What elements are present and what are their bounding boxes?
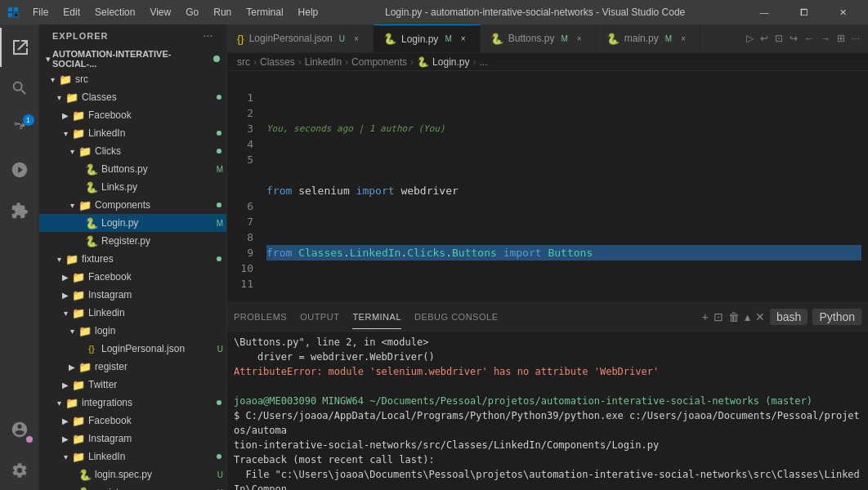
tree-components[interactable]: ▾ 📁 Components → [39,196,226,214]
breadcrumb-loginpy-icon: 🐍 [417,56,429,68]
maximize-panel-icon[interactable]: ▴ [745,310,750,323]
code-line-1[interactable]: from selenium import webdriver [266,183,861,198]
breadcrumb-linkedin[interactable]: LinkedIn [305,56,342,68]
tree-login-py[interactable]: 🐍 Login.py M [39,214,226,232]
accounts-icon[interactable] [0,410,39,449]
maximize-button[interactable]: ⧠ [785,0,822,24]
tab-label: Buttons.py [508,33,555,44]
bash-terminal[interactable]: bash [770,309,808,325]
sidebar-menu-button[interactable]: ··· [204,31,213,41]
tree-fixtures-li[interactable]: ▾ 📁 Linkedin [39,304,226,322]
py-tab-icon: 🐍 [383,33,396,45]
tree-int-fb[interactable]: ▶ 📁 Facebook [39,412,226,430]
root-folder[interactable]: ▾ AUTOMATION-INTERATIVE-SOCIAL-... [39,47,226,70]
tab-close-2[interactable]: × [573,32,586,45]
split-icon[interactable]: ⊞ [835,31,847,46]
nav-back-icon[interactable]: ← [803,31,816,46]
sep3: › [345,56,348,68]
breadcrumb-classes[interactable]: Classes [260,56,295,68]
tab-buttons-py[interactable]: 🐍 Buttons.py M × [481,24,597,53]
tree-fixtures[interactable]: ▾ 📁 fixtures [39,250,226,268]
more-icon[interactable]: ··· [850,31,861,46]
svg-rect-0 [8,7,12,11]
tab-loginpersonal-json[interactable]: {} LoginPersonal.json U × [227,24,374,53]
menu-edit[interactable]: Edit [56,3,87,21]
tree-login-spec[interactable]: 🐍 login.spec.py U [39,466,226,483]
tree-login-folder[interactable]: ▾ 📁 login [39,322,226,340]
panel-tab-output[interactable]: OUTPUT [300,305,339,328]
add-terminal-icon[interactable]: + [702,310,709,323]
terminal-line-1: \Buttons.py", line 2, in <module> [234,335,861,350]
screen-icon[interactable]: ⊡ [773,31,785,46]
tree-integrations[interactable]: ▾ 📁 integrations [39,394,226,412]
activity-bar: 1 [0,24,39,490]
sidebar: EXPLORER ··· ▾ AUTOMATION-INTERATIVE-SOC… [39,24,227,490]
tree-facebook[interactable]: ▶ 📁 Facebook [39,106,226,124]
breadcrumb-src[interactable]: src [237,56,250,68]
run-icon[interactable]: ▷ [745,31,755,46]
breadcrumb-components[interactable]: Components [351,56,407,68]
menu-selection[interactable]: Selection [88,3,141,21]
breadcrumb-more[interactable]: ... [479,56,487,68]
terminal-line-7: tion-interative-social-networks/src/Clas… [234,438,861,452]
tree-classes[interactable]: ▾ 📁 Classes [39,88,226,106]
tree-links-py[interactable]: 🐍 Links.py [39,178,226,196]
tree-src[interactable]: ▾ 📁 src [39,70,226,88]
source-control-icon[interactable]: 1 [0,109,39,149]
tab-badge: U [339,34,345,43]
tree-loginpersonal-json[interactable]: {} LoginPersonal.json U [39,340,226,358]
menu-file[interactable]: File [26,3,55,21]
tree-register-py[interactable]: 🐍 Register.py [39,232,226,250]
kill-terminal-icon[interactable]: 🗑 [728,310,740,323]
tree-fixtures-fb[interactable]: ▶ 📁 Facebook [39,268,226,286]
menu-run[interactable]: Run [207,3,238,21]
tab-bar: {} LoginPersonal.json U × 🐍 Login.py M ×… [227,24,868,53]
nav-fwd-icon[interactable]: → [819,31,832,46]
tab-badge-m2: M [561,34,567,43]
tab-login-py[interactable]: 🐍 Login.py M × [374,24,481,53]
tree-twitter[interactable]: ▶ 📁 Twitter [39,376,226,394]
tab-actions: ▷ ↩ ⊡ ↪ ← → ⊞ ··· [745,31,868,46]
tree-int-ig[interactable]: ▶ 📁 Instagram [39,430,226,448]
menu-view[interactable]: View [143,3,177,21]
panel-tab-terminal[interactable]: TERMINAL [352,305,401,329]
panel-tab-problems[interactable]: PROBLEMS [234,305,287,328]
redo-icon[interactable]: ↪ [788,31,799,46]
tree-fixtures-ig[interactable]: ▶ 📁 Instagram [39,286,226,304]
python-terminal[interactable]: Python [812,309,861,325]
tab-main-py[interactable]: 🐍 main.py M × [597,24,700,53]
tab-close-active[interactable]: × [457,33,470,46]
tree-register-spec[interactable]: 🐍 register.spec.py U [39,483,226,490]
line-numbers: 1 2 3 4 5 6 7 8 9 10 11 [227,71,260,302]
tree-buttons-py[interactable]: 🐍 Buttons.py M [39,160,226,178]
terminal-line-3: AttributeError: module 'selenium.webdriv… [234,364,861,379]
panel: PROBLEMS OUTPUT TERMINAL DEBUG CONSOLE +… [227,302,868,490]
minimize-button[interactable]: — [745,0,783,24]
settings-icon[interactable] [0,451,39,490]
panel-tab-debug[interactable]: DEBUG CONSOLE [414,305,498,328]
extensions-icon[interactable] [0,191,39,230]
menu-terminal[interactable]: Terminal [239,3,289,21]
undo-icon[interactable]: ↩ [758,31,770,46]
tab-close-3[interactable]: × [677,32,690,45]
menu-go[interactable]: Go [179,3,205,21]
code-line-2[interactable]: from Classes.LinkedIn.Clicks.Buttons imp… [266,245,861,261]
code-editor[interactable]: 1 2 3 4 5 6 7 8 9 10 11 Yo [227,71,868,302]
tree-int-li[interactable]: ▾ 📁 LinkedIn [39,448,226,466]
breadcrumb-loginpy[interactable]: Login.py [432,56,469,68]
search-icon[interactable] [0,69,39,108]
tab-close[interactable]: × [350,32,363,45]
close-button[interactable]: ✕ [824,0,861,24]
run-debug-icon[interactable] [0,150,39,189]
sep5: › [472,56,476,68]
split-terminal-icon[interactable]: ⊡ [714,310,723,323]
menu-help[interactable]: Help [292,3,325,21]
tree-register-folder[interactable]: ▶ 📁 register [39,358,226,376]
explorer-icon[interactable] [0,28,39,67]
tab-label: Login.py [401,33,438,45]
close-panel-icon[interactable]: ✕ [755,310,765,323]
panel-content[interactable]: \Buttons.py", line 2, in <module> driver… [227,332,868,490]
tree-linkedin[interactable]: ▾ 📁 LinkedIn [39,124,226,142]
code-content[interactable]: You, seconds ago | 1 author (You) from s… [260,71,868,302]
tree-clicks[interactable]: ▾ 📁 Clicks → [39,142,226,160]
